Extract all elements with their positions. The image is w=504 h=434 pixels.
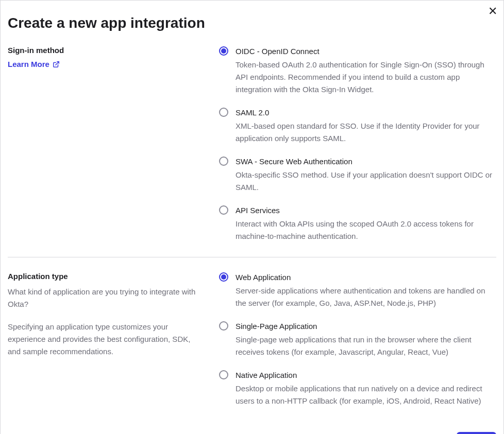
create-app-integration-modal: ✕ Create a new app integration Sign-in m…: [0, 0, 504, 434]
radio-web-application[interactable]: [219, 272, 228, 282]
radio-single-page-application[interactable]: [219, 321, 228, 331]
option-desc: Server-side applications where authentic…: [236, 285, 496, 309]
learn-more-label: Learn More: [8, 60, 49, 68]
section-application-type: Application type What kind of applicatio…: [8, 257, 496, 422]
option-saml[interactable]: SAML 2.0 XML-based open standard for SSO…: [219, 107, 496, 145]
option-desc: Single-page web applications that run in…: [236, 334, 496, 358]
option-native-application[interactable]: Native Application Desktop or mobile app…: [219, 370, 496, 407]
radio-swa[interactable]: [219, 157, 228, 166]
learn-more-link[interactable]: Learn More: [8, 60, 60, 68]
option-single-page-application[interactable]: Single-Page Application Single-page web …: [219, 321, 496, 358]
option-title: Single-Page Application: [236, 321, 496, 332]
application-type-sub1: What kind of application are you trying …: [8, 286, 198, 310]
option-title: Web Application: [236, 272, 496, 283]
application-type-options: Web Application Server-side applications…: [219, 272, 496, 407]
option-api-services[interactable]: API Services Interact with Okta APIs usi…: [219, 205, 496, 242]
svg-line-0: [56, 61, 59, 64]
application-type-sub2: Specifying an application type customize…: [8, 321, 198, 358]
section-sign-in-method: Sign-in method Learn More OIDC - OpenID …: [8, 46, 496, 257]
radio-saml[interactable]: [219, 108, 228, 117]
option-title: SAML 2.0: [236, 107, 496, 118]
option-swa[interactable]: SWA - Secure Web Authentication Okta-spe…: [219, 156, 496, 194]
sign-in-method-heading: Sign-in method: [8, 46, 198, 55]
radio-api-services[interactable]: [219, 205, 228, 215]
application-type-heading: Application type: [8, 272, 198, 281]
option-desc: XML-based open standard for SSO. Use if …: [236, 120, 496, 145]
option-desc: Token-based OAuth 2.0 authentication for…: [236, 59, 496, 96]
option-desc: Interact with Okta APIs using the scoped…: [236, 218, 496, 242]
modal-title: Create a new app integration: [8, 15, 496, 31]
external-link-icon: [53, 61, 60, 68]
option-title: OIDC - OpenID Connect: [236, 46, 496, 57]
sign-in-method-options: OIDC - OpenID Connect Token-based OAuth …: [219, 46, 496, 242]
option-title: SWA - Secure Web Authentication: [236, 156, 496, 167]
option-title: Native Application: [236, 370, 496, 380]
option-web-application[interactable]: Web Application Server-side applications…: [219, 272, 496, 309]
modal-footer: Cancel Next: [8, 422, 496, 434]
close-icon[interactable]: ✕: [488, 6, 497, 17]
option-desc: Desktop or mobile applications that run …: [236, 383, 496, 407]
option-desc: Okta-specific SSO method. Use if your ap…: [236, 169, 496, 194]
option-title: API Services: [236, 205, 496, 216]
radio-native-application[interactable]: [219, 370, 228, 379]
radio-oidc[interactable]: [219, 46, 228, 56]
option-oidc[interactable]: OIDC - OpenID Connect Token-based OAuth …: [219, 46, 496, 96]
next-button[interactable]: Next: [457, 432, 496, 434]
